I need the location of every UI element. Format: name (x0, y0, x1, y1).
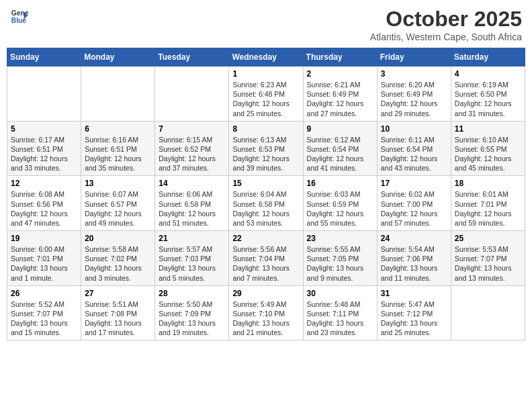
day-number: 31 (381, 289, 447, 298)
day-number: 24 (381, 234, 447, 243)
day-cell: 14Sunrise: 6:06 AM Sunset: 6:58 PM Dayli… (155, 176, 229, 231)
day-cell: 17Sunrise: 6:02 AM Sunset: 7:00 PM Dayli… (377, 176, 451, 231)
week-row-1: 1Sunrise: 6:23 AM Sunset: 6:48 PM Daylig… (7, 66, 525, 122)
title-section: October 2025 Atlantis, Western Cape, Sou… (370, 7, 522, 42)
day-info: Sunrise: 6:20 AM Sunset: 6:49 PM Dayligh… (381, 80, 447, 118)
calendar-table: SundayMondayTuesdayWednesdayThursdayFrid… (7, 48, 525, 340)
day-number: 17 (381, 179, 447, 188)
day-cell: 16Sunrise: 6:03 AM Sunset: 6:59 PM Dayli… (303, 176, 377, 231)
day-cell (155, 66, 229, 122)
day-info: Sunrise: 5:52 AM Sunset: 7:07 PM Dayligh… (11, 300, 77, 338)
day-number: 10 (381, 124, 447, 134)
day-cell: 9Sunrise: 6:12 AM Sunset: 6:54 PM Daylig… (303, 121, 377, 176)
day-cell: 28Sunrise: 5:50 AM Sunset: 7:09 PM Dayli… (155, 285, 229, 340)
day-cell: 5Sunrise: 6:17 AM Sunset: 6:51 PM Daylig… (7, 121, 81, 176)
day-info: Sunrise: 5:54 AM Sunset: 7:06 PM Dayligh… (381, 244, 447, 283)
day-number: 29 (232, 289, 299, 298)
day-info: Sunrise: 6:13 AM Sunset: 6:53 PM Dayligh… (232, 135, 299, 173)
month-title: October 2025 (370, 7, 522, 32)
day-info: Sunrise: 6:02 AM Sunset: 7:00 PM Dayligh… (381, 189, 447, 228)
day-info: Sunrise: 6:04 AM Sunset: 6:58 PM Dayligh… (232, 189, 299, 228)
day-info: Sunrise: 5:55 AM Sunset: 7:05 PM Dayligh… (307, 244, 373, 283)
day-number: 8 (232, 124, 299, 134)
day-number: 1 (232, 69, 299, 79)
day-cell (81, 66, 155, 122)
day-number: 11 (455, 124, 521, 134)
day-info: Sunrise: 6:07 AM Sunset: 6:57 PM Dayligh… (85, 189, 151, 228)
day-number: 3 (381, 69, 447, 79)
day-cell: 12Sunrise: 6:08 AM Sunset: 6:56 PM Dayli… (7, 176, 81, 231)
day-info: Sunrise: 6:12 AM Sunset: 6:54 PM Dayligh… (307, 135, 373, 173)
day-info: Sunrise: 6:17 AM Sunset: 6:51 PM Dayligh… (11, 135, 77, 173)
day-info: Sunrise: 6:16 AM Sunset: 6:51 PM Dayligh… (85, 135, 151, 173)
day-cell: 27Sunrise: 5:51 AM Sunset: 7:08 PM Dayli… (81, 285, 155, 340)
day-info: Sunrise: 6:06 AM Sunset: 6:58 PM Dayligh… (159, 189, 225, 228)
day-info: Sunrise: 5:56 AM Sunset: 7:04 PM Dayligh… (232, 244, 299, 283)
day-number: 2 (307, 69, 373, 79)
logo: General Blue (10, 7, 30, 26)
day-info: Sunrise: 6:03 AM Sunset: 6:59 PM Dayligh… (307, 189, 373, 228)
day-cell: 26Sunrise: 5:52 AM Sunset: 7:07 PM Dayli… (7, 285, 81, 340)
weekday-header-tuesday: Tuesday (155, 48, 229, 66)
day-cell: 15Sunrise: 6:04 AM Sunset: 6:58 PM Dayli… (229, 176, 303, 231)
day-cell: 10Sunrise: 6:11 AM Sunset: 6:54 PM Dayli… (377, 121, 451, 176)
day-number: 9 (307, 124, 373, 134)
day-info: Sunrise: 6:23 AM Sunset: 6:48 PM Dayligh… (232, 80, 299, 118)
day-info: Sunrise: 5:48 AM Sunset: 7:11 PM Dayligh… (307, 300, 373, 338)
day-info: Sunrise: 5:51 AM Sunset: 7:08 PM Dayligh… (85, 300, 151, 338)
day-cell: 13Sunrise: 6:07 AM Sunset: 6:57 PM Dayli… (81, 176, 155, 231)
day-cell: 31Sunrise: 5:47 AM Sunset: 7:12 PM Dayli… (377, 285, 451, 340)
day-info: Sunrise: 5:53 AM Sunset: 7:07 PM Dayligh… (455, 244, 521, 283)
page-header: General Blue October 2025 Atlantis, West… (7, 7, 525, 42)
day-info: Sunrise: 6:10 AM Sunset: 6:55 PM Dayligh… (455, 135, 521, 173)
day-cell: 6Sunrise: 6:16 AM Sunset: 6:51 PM Daylig… (81, 121, 155, 176)
day-info: Sunrise: 6:15 AM Sunset: 6:52 PM Dayligh… (159, 135, 225, 173)
day-number: 19 (11, 234, 77, 243)
weekday-header-saturday: Saturday (451, 48, 525, 66)
day-cell: 3Sunrise: 6:20 AM Sunset: 6:49 PM Daylig… (377, 66, 451, 122)
day-cell: 29Sunrise: 5:49 AM Sunset: 7:10 PM Dayli… (229, 285, 303, 340)
weekday-header-thursday: Thursday (303, 48, 377, 66)
day-cell: 19Sunrise: 6:00 AM Sunset: 7:01 PM Dayli… (7, 231, 81, 286)
day-info: Sunrise: 5:47 AM Sunset: 7:12 PM Dayligh… (381, 300, 447, 338)
day-number: 15 (232, 179, 299, 188)
day-number: 5 (11, 124, 77, 134)
day-cell: 23Sunrise: 5:55 AM Sunset: 7:05 PM Dayli… (303, 231, 377, 286)
day-cell (7, 66, 81, 122)
day-info: Sunrise: 6:11 AM Sunset: 6:54 PM Dayligh… (381, 135, 447, 173)
day-number: 13 (85, 179, 151, 188)
weekday-header-sunday: Sunday (7, 48, 81, 66)
day-info: Sunrise: 6:19 AM Sunset: 6:50 PM Dayligh… (455, 80, 521, 118)
day-cell: 11Sunrise: 6:10 AM Sunset: 6:55 PM Dayli… (451, 121, 525, 176)
day-number: 26 (11, 289, 77, 298)
day-cell: 24Sunrise: 5:54 AM Sunset: 7:06 PM Dayli… (377, 231, 451, 286)
day-info: Sunrise: 6:08 AM Sunset: 6:56 PM Dayligh… (11, 189, 77, 228)
day-number: 30 (307, 289, 373, 298)
weekday-header-row: SundayMondayTuesdayWednesdayThursdayFrid… (7, 48, 525, 66)
weekday-header-wednesday: Wednesday (229, 48, 303, 66)
day-number: 14 (159, 179, 225, 188)
logo-icon: General Blue (10, 7, 29, 26)
day-cell: 1Sunrise: 6:23 AM Sunset: 6:48 PM Daylig… (229, 66, 303, 122)
day-number: 25 (455, 234, 521, 243)
day-number: 16 (307, 179, 373, 188)
day-cell: 25Sunrise: 5:53 AM Sunset: 7:07 PM Dayli… (451, 231, 525, 286)
week-row-2: 5Sunrise: 6:17 AM Sunset: 6:51 PM Daylig… (7, 121, 525, 176)
day-info: Sunrise: 6:01 AM Sunset: 7:01 PM Dayligh… (455, 189, 521, 228)
day-number: 12 (11, 179, 77, 188)
day-cell: 21Sunrise: 5:57 AM Sunset: 7:03 PM Dayli… (155, 231, 229, 286)
week-row-4: 19Sunrise: 6:00 AM Sunset: 7:01 PM Dayli… (7, 231, 525, 286)
day-number: 23 (307, 234, 373, 243)
week-row-3: 12Sunrise: 6:08 AM Sunset: 6:56 PM Dayli… (7, 176, 525, 231)
week-row-5: 26Sunrise: 5:52 AM Sunset: 7:07 PM Dayli… (7, 285, 525, 340)
day-number: 18 (455, 179, 521, 188)
weekday-header-friday: Friday (377, 48, 451, 66)
day-number: 28 (159, 289, 225, 298)
day-info: Sunrise: 5:49 AM Sunset: 7:10 PM Dayligh… (232, 300, 299, 338)
day-cell: 18Sunrise: 6:01 AM Sunset: 7:01 PM Dayli… (451, 176, 525, 231)
day-cell: 22Sunrise: 5:56 AM Sunset: 7:04 PM Dayli… (229, 231, 303, 286)
day-number: 4 (455, 69, 521, 79)
day-number: 21 (159, 234, 225, 243)
day-number: 22 (232, 234, 299, 243)
day-cell (451, 285, 525, 340)
